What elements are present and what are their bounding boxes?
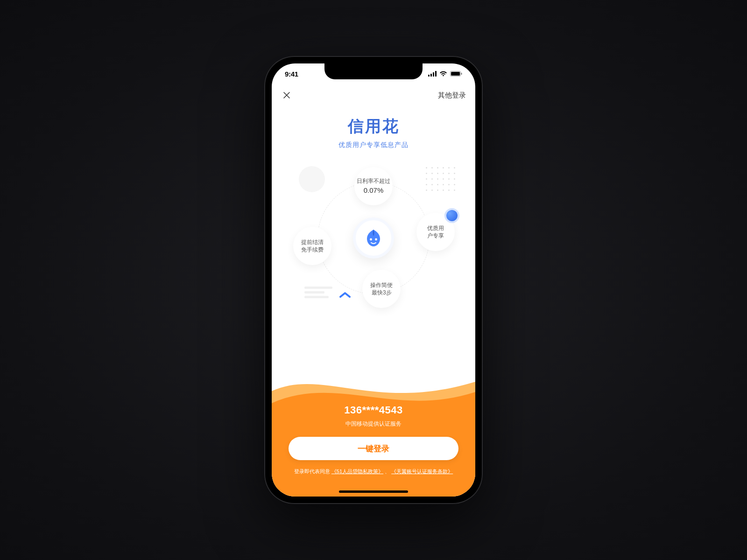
- svg-point-7: [370, 238, 372, 241]
- one-click-login-button[interactable]: 一键登录: [289, 437, 458, 460]
- mascot-icon: [363, 228, 384, 248]
- feature-text: 0.07%: [364, 186, 384, 195]
- feature-bubble-rate: 日利率不超过 0.07%: [354, 167, 393, 205]
- login-panel: 136****4543 中国移动提供认证服务 一键登录 登录即代表同意 《51人…: [272, 366, 475, 497]
- status-time: 9:41: [285, 70, 298, 78]
- battery-icon: [450, 71, 462, 77]
- close-icon: [283, 91, 290, 99]
- feature-text: 日利率不超过: [357, 177, 390, 185]
- feature-text: 操作简便: [370, 281, 393, 289]
- auth-provider-text: 中国移动提供认证服务: [272, 420, 475, 428]
- feature-text: 优质用: [427, 224, 444, 232]
- terms-separator: 、: [385, 469, 390, 474]
- svg-rect-6: [461, 73, 462, 75]
- feature-orbit: 日利率不超过 0.07% 优质用 户专享 操作简便 最快3步 提前结清 免手续费: [272, 154, 475, 322]
- feature-bubble-steps: 操作简便 最快3步: [362, 270, 401, 308]
- feature-text: 提前结清: [301, 238, 324, 246]
- other-login-link[interactable]: 其他登录: [438, 91, 466, 100]
- title-area: 信用花 优质用户专享低息产品: [272, 116, 475, 149]
- svg-point-8: [375, 238, 377, 241]
- svg-rect-5: [451, 72, 460, 76]
- svg-rect-0: [428, 75, 430, 77]
- privacy-policy-link[interactable]: 《51人品贷隐私政策》: [331, 469, 383, 474]
- mascot-center: [353, 217, 394, 259]
- feature-bubble-fee: 提前结清 免手续费: [293, 227, 331, 265]
- terms-prefix: 登录即代表同意: [294, 469, 330, 474]
- login-info: 136****4543 中国移动提供认证服务: [272, 404, 475, 428]
- cellular-icon: [428, 71, 437, 77]
- login-button-label: 一键登录: [358, 443, 389, 454]
- chevron-up-icon: [339, 291, 351, 299]
- masked-phone-number: 136****4543: [272, 404, 475, 416]
- phone-frame: 9:41 其他登录 信用花 优质用户专享低息产品: [264, 56, 483, 504]
- svg-rect-1: [430, 74, 432, 77]
- feature-text: 免手续费: [301, 246, 324, 253]
- screen: 9:41 其他登录 信用花 优质用户专享低息产品: [272, 63, 475, 497]
- svg-rect-2: [433, 72, 434, 77]
- decor-dot-grid: [426, 167, 457, 192]
- service-terms-link[interactable]: 《天翼账号认证服务条款》: [391, 469, 453, 474]
- device-notch: [324, 63, 423, 79]
- top-nav: 其他登录: [272, 84, 475, 106]
- feature-text: 户专享: [427, 232, 444, 239]
- close-button[interactable]: [281, 90, 292, 101]
- brand-title: 信用花: [272, 116, 475, 137]
- brand-subtitle: 优质用户专享低息产品: [272, 141, 475, 149]
- status-icons: [428, 71, 462, 77]
- highlight-badge-icon: [446, 210, 458, 221]
- home-indicator: [339, 490, 408, 493]
- wifi-icon: [439, 71, 447, 77]
- decor-lines: [304, 287, 332, 301]
- terms-text: 登录即代表同意 《51人品贷隐私政策》 、 《天翼账号认证服务条款》: [286, 468, 461, 476]
- wave-front: [272, 366, 475, 497]
- decor-circle: [299, 166, 325, 192]
- feature-bubble-premium: 优质用 户专享: [416, 213, 455, 251]
- feature-text: 最快3步: [372, 289, 392, 296]
- svg-rect-3: [435, 71, 437, 77]
